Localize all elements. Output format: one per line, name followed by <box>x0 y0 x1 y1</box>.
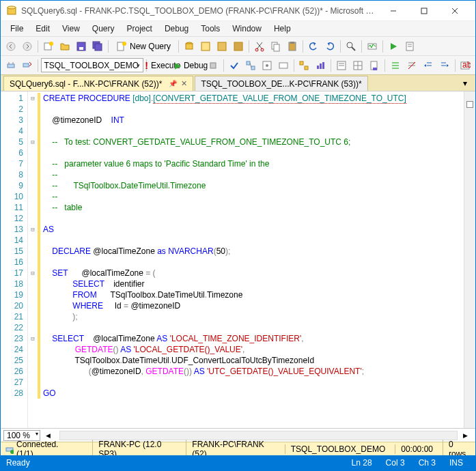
split-box[interactable] <box>466 101 473 108</box>
svg-rect-18 <box>201 42 210 51</box>
menu-help[interactable]: Help <box>268 23 296 35</box>
save-all-button[interactable] <box>90 39 105 54</box>
close-button[interactable] <box>439 1 470 20</box>
minimize-button[interactable] <box>378 1 408 20</box>
svg-rect-37 <box>251 66 255 70</box>
code-editor[interactable]: 1234567891011121314151617181920212223242… <box>1 91 475 428</box>
menu-window[interactable]: Window <box>227 23 267 35</box>
svg-rect-43 <box>317 66 319 69</box>
results-file-icon[interactable] <box>367 58 382 73</box>
debug-button[interactable]: ▶ Debug <box>178 58 205 73</box>
find-button[interactable] <box>344 39 359 54</box>
svg-point-7 <box>23 42 31 51</box>
cut-button[interactable] <box>252 39 267 54</box>
as-query-icon[interactable] <box>198 39 213 54</box>
exclaim-icon: ! <box>145 60 148 71</box>
activity-monitor-icon[interactable] <box>365 39 380 54</box>
increase-indent-icon[interactable] <box>437 58 452 73</box>
menu-project[interactable]: Project <box>122 23 158 35</box>
debug-label: Debug <box>184 61 208 70</box>
svg-point-1 <box>8 6 16 9</box>
zoom-selector[interactable]: 100 % <box>3 430 40 441</box>
redo-button[interactable] <box>322 39 337 54</box>
svg-rect-40 <box>279 63 288 68</box>
svg-point-15 <box>122 42 126 46</box>
cancel-exec-button[interactable] <box>206 58 221 73</box>
undo-button[interactable] <box>306 39 321 54</box>
new-project-button[interactable] <box>41 39 56 54</box>
svg-line-28 <box>352 47 355 51</box>
comment-icon[interactable] <box>388 58 403 73</box>
fold-margin[interactable]: ⊟⊟⊟⊟⊟ <box>28 91 38 428</box>
app-icon <box>6 5 17 16</box>
toolbar-standard: New Query <box>1 36 475 55</box>
specify-values-icon[interactable]: ab <box>458 58 473 73</box>
estimated-plan-icon[interactable] <box>243 58 258 73</box>
query-options-icon[interactable] <box>260 58 275 73</box>
menu-file[interactable]: File <box>5 23 29 35</box>
copy-button[interactable] <box>268 39 283 54</box>
line-numbers: 1234567891011121314151617181920212223242… <box>1 91 28 428</box>
back-button[interactable] <box>3 39 18 54</box>
col-label: Col 3 <box>379 458 412 468</box>
results-text-icon[interactable] <box>334 58 349 73</box>
svg-rect-41 <box>300 61 303 65</box>
svg-rect-44 <box>320 63 322 69</box>
svg-rect-34 <box>23 63 29 67</box>
svg-rect-35 <box>210 63 216 68</box>
svg-rect-19 <box>218 42 226 51</box>
forward-button[interactable] <box>20 39 35 54</box>
database-selector[interactable]: TSQL_TOOLBOX_DEMO <box>41 58 143 72</box>
menu-view[interactable]: View <box>57 23 85 35</box>
code-content[interactable]: CREATE PROCEDURE [dbo].[CONVERT_GETDATE_… <box>40 91 464 428</box>
ch-label: Ch 3 <box>412 458 443 468</box>
change-connection-icon[interactable] <box>20 58 35 73</box>
db-cell: TSQL_TOOLBOX_DEMO <box>285 444 386 454</box>
horizontal-scrollbar[interactable] <box>59 431 458 440</box>
uncomment-icon[interactable] <box>404 58 419 73</box>
svg-rect-33 <box>8 64 14 68</box>
menu-debug[interactable]: Debug <box>159 23 194 35</box>
open-button[interactable] <box>57 39 72 54</box>
maximize-button[interactable] <box>408 1 439 20</box>
svg-point-9 <box>49 42 53 46</box>
intellisense-icon[interactable] <box>276 58 291 73</box>
start-button[interactable] <box>386 39 401 54</box>
properties-icon[interactable] <box>402 39 417 54</box>
svg-rect-20 <box>234 42 242 51</box>
menu-edit[interactable]: Edit <box>30 23 55 35</box>
results-grid-icon[interactable] <box>350 58 365 73</box>
ins-label: INS <box>443 458 470 468</box>
mdx-query-icon[interactable] <box>214 39 229 54</box>
new-query-button[interactable]: New Query <box>111 39 176 54</box>
window-title: SQLQuery6.sql - FRANK-PC.TSQL_TOOLBOX_DE… <box>21 6 378 16</box>
connected-icon <box>5 444 14 454</box>
svg-rect-3 <box>421 8 427 14</box>
dmx-query-icon[interactable] <box>231 39 246 54</box>
svg-rect-45 <box>322 62 324 69</box>
close-tab-icon[interactable]: ✕ <box>181 79 187 88</box>
menu-tools[interactable]: Tools <box>195 23 225 35</box>
tab-overflow-icon[interactable]: ▾ <box>458 76 473 91</box>
tab-sqlquery6[interactable]: SQLQuery6.sql - F...NK-PC\FRANK (52))* 📌… <box>3 76 193 91</box>
svg-point-27 <box>347 42 352 48</box>
tab-toolbox-demo[interactable]: TSQL_TOOLBOX_DE...K-PC\FRANK (53))* <box>195 76 367 91</box>
save-button[interactable] <box>74 39 89 54</box>
decrease-indent-icon[interactable] <box>421 58 436 73</box>
parse-button[interactable] <box>227 58 242 73</box>
pin-icon[interactable]: 📌 <box>169 80 177 87</box>
execute-button[interactable]: ! Execute <box>149 58 177 73</box>
client-stats-icon[interactable] <box>313 58 328 73</box>
svg-rect-36 <box>247 61 250 65</box>
connect-icon[interactable] <box>3 58 18 73</box>
menu-query[interactable]: Query <box>87 23 120 35</box>
titlebar: SQLQuery6.sql - FRANK-PC.TSQL_TOOLBOX_DE… <box>1 1 475 21</box>
db-engine-query-icon[interactable] <box>182 39 197 54</box>
paste-button[interactable] <box>285 39 300 54</box>
actual-plan-icon[interactable] <box>296 58 311 73</box>
svg-rect-11 <box>79 47 83 50</box>
play-icon: ▶ <box>175 61 181 70</box>
svg-rect-42 <box>305 66 308 70</box>
vertical-scrollbar[interactable] <box>464 91 475 428</box>
svg-rect-13 <box>95 44 102 51</box>
